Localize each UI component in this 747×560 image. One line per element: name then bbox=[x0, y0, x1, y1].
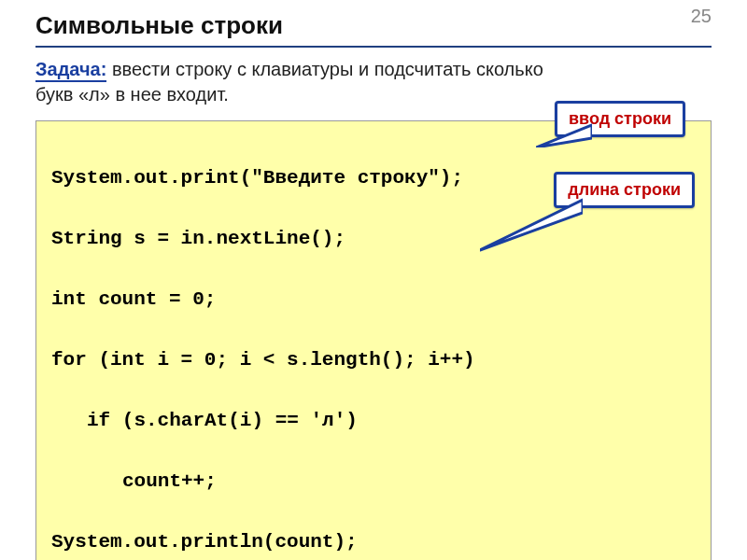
svg-marker-0 bbox=[536, 125, 592, 147]
slide-title: Символьные строки bbox=[35, 11, 712, 40]
page-number: 25 bbox=[691, 6, 712, 27]
code-line: count++; bbox=[51, 467, 696, 497]
code-line: if (s.charAt(i) == 'л') bbox=[51, 406, 696, 437]
slide: 25 Символьные строки Задача: ввести стро… bbox=[0, 0, 747, 560]
callout-string-length: длина строки bbox=[554, 172, 695, 208]
callout-tail-icon bbox=[536, 121, 592, 147]
code-line: System.out.println(count); bbox=[51, 527, 696, 558]
task-label: Задача: bbox=[35, 59, 106, 82]
task-paragraph: Задача: ввести строку с клавиатуры и под… bbox=[35, 57, 558, 107]
code-line: int count = 0; bbox=[51, 285, 696, 315]
callout-tail-icon bbox=[480, 196, 583, 252]
code-line: String s = in.nextLine(); bbox=[51, 224, 696, 255]
svg-marker-1 bbox=[480, 200, 583, 250]
task-text: ввести строку с клавиатуры и подсчитать … bbox=[35, 59, 543, 105]
callout-input-string: ввод строки bbox=[555, 101, 685, 137]
title-rule bbox=[35, 46, 712, 48]
code-line: for (int i = 0; i < s.length(); i++) bbox=[51, 345, 696, 376]
